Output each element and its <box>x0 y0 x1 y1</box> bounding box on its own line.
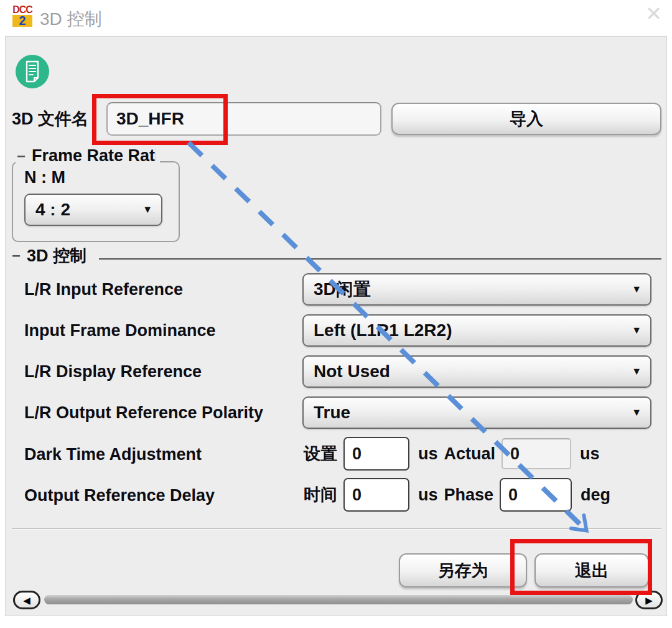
frame-rate-ratio-title: Frame Rate Ratio <box>32 148 156 164</box>
time-label: 时间 <box>304 484 337 506</box>
set-unit: us <box>418 444 438 464</box>
lr-output-polarity-label: L/R Output Reference Polarity <box>24 404 263 421</box>
exit-button-label: 退出 <box>575 560 609 582</box>
app-icon: DCC 2 <box>9 5 36 29</box>
collapse-toggle-icon[interactable]: − <box>17 148 26 164</box>
exit-button[interactable]: 退出 <box>534 553 649 588</box>
dropdown-arrow-icon: ▼ <box>632 284 642 295</box>
set-label: 设置 <box>304 443 337 465</box>
lr-output-polarity-value: True <box>314 403 350 423</box>
lr-input-reference-select[interactable]: 3D闲置 ▼ <box>302 273 651 306</box>
document-icon <box>15 54 50 89</box>
control-group-rule <box>99 258 661 260</box>
horizontal-scrollbar-thumb[interactable] <box>44 595 633 604</box>
dropdown-arrow-icon: ▼ <box>142 204 152 215</box>
ratio-selected-value: 4 : 2 <box>35 200 70 220</box>
filename-input[interactable] <box>106 102 381 136</box>
app-window: DCC 2 3D 控制 ✕ 3D 文件名 导入 <box>0 0 672 628</box>
lr-display-reference-select[interactable]: Not Used ▼ <box>302 355 651 388</box>
frame-rate-ratio-legend: − Frame Rate Ratio <box>16 148 160 168</box>
actual-unit: us <box>580 444 600 464</box>
control-group-legend: − 3D 控制 <box>12 247 91 265</box>
dark-time-actual-value: 0 <box>510 444 520 464</box>
output-delay-fields: 时间 us Phase deg <box>304 478 610 512</box>
scroll-left-icon: ◀ <box>23 596 30 605</box>
app-icon-text-bottom: 2 <box>12 15 32 27</box>
import-button-label: 导入 <box>510 108 543 130</box>
ratio-select[interactable]: 4 : 2 ▼ <box>24 194 162 226</box>
actual-label: Actual <box>444 444 496 464</box>
lr-output-polarity-select[interactable]: True ▼ <box>302 396 651 429</box>
nm-label: N : M <box>24 169 65 186</box>
close-icon: ✕ <box>645 2 662 25</box>
output-delay-time-input[interactable] <box>343 478 409 512</box>
lr-input-reference-label: L/R Input Reference <box>24 281 183 298</box>
dropdown-arrow-icon: ▼ <box>632 407 642 418</box>
dark-time-set-input[interactable] <box>343 437 409 471</box>
footer-separator <box>12 528 661 530</box>
time-unit: us <box>418 485 438 505</box>
window-title: 3D 控制 <box>40 7 102 31</box>
phase-label: Phase <box>444 485 494 505</box>
control-group-title: 3D 控制 <box>27 247 86 265</box>
input-frame-dominance-select[interactable]: Left (L1R1 L2R2) ▼ <box>302 314 651 347</box>
dark-time-actual-field: 0 <box>502 438 571 469</box>
input-frame-dominance-label: Input Frame Dominance <box>24 322 216 339</box>
lr-input-reference-value: 3D闲置 <box>314 278 371 301</box>
scroll-right-button[interactable]: ▶ <box>635 591 663 609</box>
import-button[interactable]: 导入 <box>391 103 661 135</box>
scroll-left-button[interactable]: ◀ <box>13 591 40 609</box>
save-as-button[interactable]: 另存为 <box>399 553 527 588</box>
collapse-toggle-icon[interactable]: − <box>12 247 21 265</box>
dropdown-arrow-icon: ▼ <box>632 325 642 336</box>
output-delay-phase-input[interactable] <box>500 478 572 512</box>
scroll-right-icon: ▶ <box>645 596 653 605</box>
lr-display-reference-label: L/R Display Reference <box>24 363 202 380</box>
input-frame-dominance-value: Left (L1R1 L2R2) <box>314 321 452 340</box>
phase-unit: deg <box>581 485 610 505</box>
close-button[interactable]: ✕ <box>645 4 662 24</box>
lr-display-reference-value: Not Used <box>314 362 390 382</box>
dark-time-fields: 设置 us Actual 0 us <box>304 437 600 471</box>
save-as-button-label: 另存为 <box>438 560 488 582</box>
dark-time-label: Dark Time Adjustment <box>24 446 202 463</box>
filename-label: 3D 文件名 <box>12 110 88 128</box>
output-delay-label: Output Reference Delay <box>24 487 215 504</box>
dropdown-arrow-icon: ▼ <box>632 366 642 377</box>
title-bar: DCC 2 3D 控制 ✕ <box>0 0 672 36</box>
dialog-body: 3D 文件名 导入 − Frame Rate Ratio N : M 4 : 2… <box>5 36 667 616</box>
